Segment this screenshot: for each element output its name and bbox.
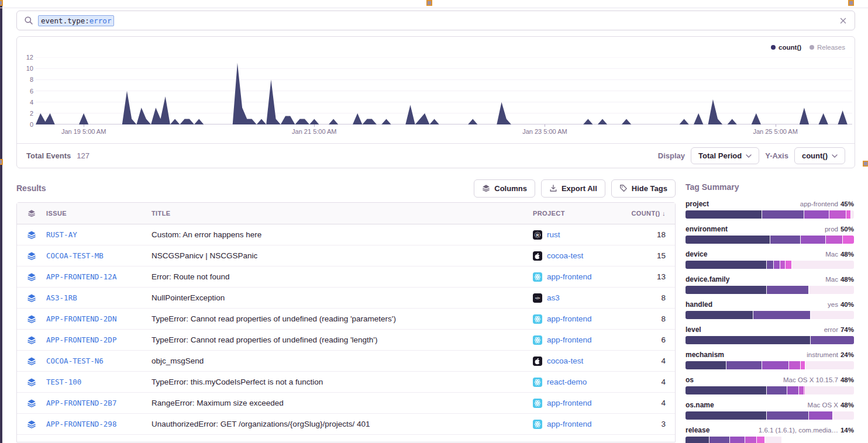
event-count: 4 (629, 399, 675, 407)
tag-top-value: yes (828, 301, 838, 308)
tag-bar-segment[interactable] (805, 386, 854, 394)
clear-search-icon[interactable] (839, 16, 848, 25)
tag-bar-segment[interactable] (798, 386, 804, 394)
search-bar[interactable]: event.type:error (16, 11, 855, 30)
tag-bar-segment[interactable] (762, 210, 804, 219)
tag-bar-segment[interactable] (825, 236, 842, 244)
tag-bar-segment[interactable] (686, 336, 810, 344)
column-header-title[interactable]: TITLE (151, 210, 533, 217)
tag-bar-segment[interactable] (791, 261, 854, 269)
project-link[interactable]: app-frontend (547, 399, 592, 407)
selection-handle-left-middle[interactable] (0, 159, 3, 165)
legend-item-count[interactable]: count() (771, 44, 801, 51)
tag-bar-segment[interactable] (788, 361, 800, 369)
tag-bar-segment[interactable] (770, 236, 800, 244)
y-axis-dropdown[interactable]: count() (794, 147, 845, 164)
tag-bar-segment[interactable] (773, 261, 780, 269)
tag-bar-segment[interactable] (800, 236, 825, 244)
event-count: 18 (629, 230, 675, 239)
tag-bar-segment[interactable] (810, 311, 854, 319)
tag-bar-segment[interactable] (766, 286, 808, 294)
tag-bar-segment[interactable] (753, 311, 810, 319)
tag-bar-segment[interactable] (762, 361, 788, 369)
issue-link[interactable]: APP-FRONTEND-2DP (46, 335, 151, 344)
tag-bar-segment[interactable] (729, 437, 745, 443)
column-header-issue[interactable]: ISSUE (46, 210, 151, 217)
tag-bar-segment[interactable] (726, 361, 761, 369)
tag-bar-segment[interactable] (804, 210, 829, 219)
legend-item-releases[interactable]: Releases (810, 44, 845, 51)
search-query-token[interactable]: event.type:error (38, 15, 114, 26)
column-header-project[interactable]: PROJECT (533, 210, 629, 217)
selection-handle-right-middle[interactable] (863, 161, 868, 167)
tag-bar-segment[interactable] (686, 411, 766, 420)
display-dropdown[interactable]: Total Period (691, 147, 759, 164)
tag-bar-segment[interactable] (686, 236, 770, 244)
issue-link[interactable]: COCOA-TEST-MB (46, 251, 151, 260)
issue-link[interactable]: APP-FRONTEND-298 (46, 420, 151, 428)
tag-top-percent: 74% (841, 326, 854, 333)
tag-bar-segment[interactable] (686, 210, 762, 219)
tag-bar-segment[interactable] (766, 386, 787, 394)
tag-bar-segment[interactable] (780, 261, 785, 269)
tag-bar-segment[interactable] (808, 411, 832, 420)
column-header-count[interactable]: COUNT() ↓ (629, 210, 675, 217)
x-axis-tick-mark (84, 124, 84, 127)
selection-handle-top-center[interactable] (426, 0, 432, 6)
tag-bar-segment[interactable] (829, 210, 846, 219)
tag-name: os (686, 376, 694, 384)
tag-bar-segment[interactable] (745, 437, 756, 443)
x-axis-tick-label: Jan 23 5:00 AM (522, 128, 567, 135)
project-link[interactable]: app-frontend (547, 335, 592, 344)
selection-handle-top-right[interactable] (848, 0, 854, 6)
issue-link[interactable]: TEST-100 (46, 378, 151, 386)
project-link[interactable]: rust (547, 230, 560, 239)
tag-bar-segment[interactable] (764, 437, 781, 443)
hide-tags-button[interactable]: Hide Tags (611, 179, 676, 198)
tag-bar-segment[interactable] (686, 261, 766, 269)
project-link[interactable]: react-demo (547, 378, 587, 386)
tag-bar-segment[interactable] (846, 210, 851, 219)
stack-layers-icon (482, 184, 490, 192)
issue-title: TypeError: this.myCodeIsPerfect is not a… (151, 378, 533, 386)
tag-bar-segment[interactable] (810, 336, 854, 344)
tag-bar-segment[interactable] (709, 437, 729, 443)
export-all-button[interactable]: Export All (541, 179, 605, 198)
chevron-down-icon (746, 154, 752, 158)
tag-bar-segment[interactable] (800, 361, 805, 369)
tag-top-percent: 48% (841, 376, 854, 383)
issue-link[interactable]: APP-FRONTEND-2B7 (46, 399, 151, 407)
tag-bar-segment[interactable] (686, 311, 753, 319)
project-link[interactable]: app-frontend (547, 314, 592, 323)
issue-link[interactable]: RUST-AY (46, 230, 151, 239)
tag-bar-segment[interactable] (686, 361, 726, 369)
project-link[interactable]: cocoa-test (547, 357, 583, 365)
tag-bar-segment[interactable] (842, 236, 854, 244)
react-platform-icon (533, 378, 542, 387)
tag-bar-segment[interactable] (832, 411, 854, 420)
tag-bar-segment[interactable] (686, 437, 709, 443)
tag-bar-segment[interactable] (686, 386, 766, 394)
tag-bar-segment[interactable] (766, 261, 773, 269)
selection-handle-top-left[interactable] (0, 0, 3, 6)
tag-bar-segment[interactable] (808, 286, 854, 294)
tag-bar-segment[interactable] (766, 411, 808, 420)
issue-link[interactable]: APP-FRONTEND-12A (46, 272, 151, 281)
project-link[interactable]: as3 (547, 293, 560, 302)
issue-link[interactable]: AS3-1RB (46, 293, 151, 302)
columns-button[interactable]: Columns (474, 179, 535, 198)
tag-bar-segment[interactable] (756, 437, 764, 443)
tag-bar-segment[interactable] (805, 361, 854, 369)
issue-link[interactable]: APP-FRONTEND-2DN (46, 314, 151, 323)
project-link[interactable]: app-frontend (547, 420, 592, 428)
tag-summary-block: deviceMac48% (686, 250, 854, 269)
tag-summary-block: projectapp-frontend45% (686, 200, 854, 219)
tag-bar-segment[interactable] (686, 286, 766, 294)
results-table: ISSUE TITLE PROJECT COUNT() ↓ RUST-AYCus… (16, 202, 676, 442)
project-link[interactable]: app-frontend (547, 272, 592, 281)
issue-link[interactable]: COCOA-TEST-N6 (46, 357, 151, 365)
tag-bar-segment[interactable] (850, 210, 854, 219)
project-link[interactable]: cocoa-test (547, 251, 583, 260)
tag-bar-segment[interactable] (785, 261, 792, 269)
tag-bar-segment[interactable] (787, 386, 798, 394)
